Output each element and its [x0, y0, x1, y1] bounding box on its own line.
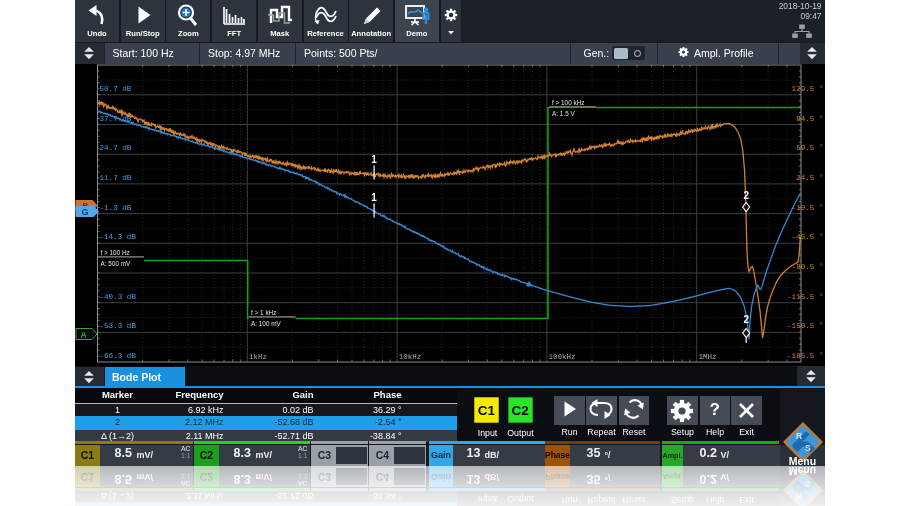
- svg-text:10kHz: 10kHz: [398, 353, 421, 361]
- svg-text:100kHz: 100kHz: [548, 353, 575, 361]
- svg-text:-14.3 dB: -14.3 dB: [99, 233, 136, 241]
- svg-text:-185.5 °: -185.5 °: [787, 352, 823, 360]
- svg-text:37.7 dB: 37.7 dB: [99, 115, 131, 123]
- svg-text:59.5 °: 59.5 °: [796, 144, 823, 152]
- svg-text:A: 1.5 V: A: 1.5 V: [552, 110, 575, 117]
- svg-text:-66.3 dB: -66.3 dB: [99, 352, 136, 360]
- svg-text:2: 2: [743, 190, 749, 201]
- svg-text:24.7 dB: 24.7 dB: [99, 144, 131, 152]
- svg-text:R: R: [796, 431, 802, 441]
- svg-text:11.7 dB: 11.7 dB: [99, 174, 131, 182]
- svg-text:2: 2: [743, 314, 749, 325]
- svg-text:94.5 °: 94.5 °: [796, 115, 823, 123]
- svg-text:G: G: [81, 207, 88, 217]
- svg-text:1MHz: 1MHz: [698, 353, 716, 361]
- svg-text:A: A: [80, 330, 86, 340]
- svg-text:-150.5 °: -150.5 °: [787, 322, 823, 330]
- svg-text:-45.5 °: -45.5 °: [791, 233, 823, 241]
- svg-text:1: 1: [371, 192, 377, 203]
- svg-text:1kHz: 1kHz: [249, 353, 267, 361]
- svg-text:-115.5 °: -115.5 °: [787, 293, 823, 301]
- svg-text:-40.3 dB: -40.3 dB: [99, 293, 136, 301]
- svg-text:f > 1 kHz: f > 1 kHz: [251, 309, 276, 316]
- svg-text:A: 100 mV: A: 100 mV: [251, 320, 282, 327]
- svg-text:f > 100 Hz: f > 100 Hz: [100, 249, 129, 256]
- svg-text:S: S: [805, 443, 811, 453]
- svg-text:24.5 °: 24.5 °: [796, 174, 823, 182]
- svg-text:A: 500 mV: A: 500 mV: [100, 260, 131, 267]
- svg-text:-53.3 dB: -53.3 dB: [99, 322, 136, 330]
- svg-text:-80.5 °: -80.5 °: [791, 263, 823, 271]
- svg-text:129.5 °: 129.5 °: [791, 85, 823, 93]
- svg-text:f > 100 kHz: f > 100 kHz: [552, 99, 585, 106]
- svg-text:-1.3 dB: -1.3 dB: [99, 204, 131, 212]
- svg-text:1: 1: [371, 154, 377, 165]
- svg-text:-10.5 °: -10.5 °: [791, 204, 823, 212]
- svg-text:50.7 dB: 50.7 dB: [99, 85, 131, 93]
